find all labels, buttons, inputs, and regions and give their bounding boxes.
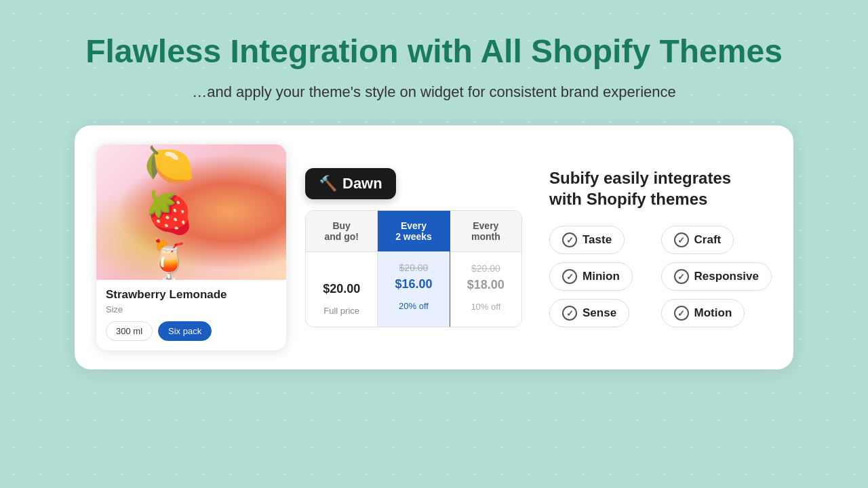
pricing-header-monthly: Everymonth xyxy=(450,211,521,252)
option-300ml[interactable]: 300 ml xyxy=(106,321,153,341)
theme-tag-craft: Craft xyxy=(661,226,734,254)
check-icon-motion xyxy=(674,306,689,321)
pricing-original-biweekly: $20.00 xyxy=(399,262,429,273)
check-icon-taste xyxy=(562,232,577,247)
pricing-full-label: Full price xyxy=(323,306,359,327)
product-image xyxy=(96,144,286,280)
pricing-header-biweekly: Every2 weeks xyxy=(378,211,449,251)
page-subtitle: …and apply your theme's style on widget … xyxy=(192,83,676,101)
check-icon-sense xyxy=(562,306,577,321)
check-icon-responsive xyxy=(674,269,689,284)
theme-label-minion: Minion xyxy=(583,270,620,283)
option-sixpack[interactable]: Six pack xyxy=(158,321,212,341)
pricing-col-buy: Buyand go! $20.00 Full price xyxy=(306,211,378,327)
theme-tag-responsive: Responsive xyxy=(661,262,772,291)
theme-tags: Taste Craft Minion Responsive Sense xyxy=(549,226,772,327)
pricing-original-monthly: $20.00 xyxy=(471,263,500,274)
pricing-col-monthly[interactable]: Everymonth $20.00 $18.00 10% off xyxy=(450,211,521,327)
product-info: Strawberry Lemonade Size 300 ml Six pack xyxy=(96,280,286,350)
theme-tag-sense: Sense xyxy=(549,299,629,327)
product-size-label: Size xyxy=(106,304,277,314)
product-card: Strawberry Lemonade Size 300 ml Six pack xyxy=(96,144,286,350)
theme-badge: 🔨 Dawn xyxy=(305,168,396,199)
theme-label-sense: Sense xyxy=(583,306,616,320)
product-name: Strawberry Lemonade xyxy=(106,288,277,302)
pricing-col-biweekly[interactable]: Every2 weeks $20.00 $16.00 20% off xyxy=(378,211,450,327)
theme-badge-label: Dawn xyxy=(342,175,382,192)
product-options: 300 ml Six pack xyxy=(106,321,277,341)
theme-label-craft: Craft xyxy=(694,233,722,247)
check-icon-craft xyxy=(674,232,689,247)
check-icon-minion xyxy=(562,269,577,284)
pricing-amount-monthly: $18.00 xyxy=(467,278,505,292)
page-title: Flawless Integration with All Shopify Th… xyxy=(85,33,783,70)
theme-label-responsive: Responsive xyxy=(694,270,759,283)
theme-label-taste: Taste xyxy=(583,233,612,247)
right-content: Subify easily integrateswith Shopify the… xyxy=(541,167,772,327)
pricing-discount-biweekly: 20% off xyxy=(399,301,429,322)
theme-tag-motion: Motion xyxy=(661,299,745,327)
pricing-discount-monthly: 10% off xyxy=(471,302,500,323)
theme-tag-taste: Taste xyxy=(549,226,625,254)
theme-tag-minion: Minion xyxy=(549,262,633,291)
integration-title: Subify easily integrateswith Shopify the… xyxy=(549,167,772,209)
pricing-amount-buy: $20.00 xyxy=(323,282,360,296)
pricing-amount-biweekly: $16.00 xyxy=(395,277,432,291)
pricing-widget: Buyand go! $20.00 Full price Every2 week… xyxy=(305,210,522,327)
hammer-icon: 🔨 xyxy=(319,175,337,192)
pricing-header-buy: Buyand go! xyxy=(306,211,377,252)
widget-section: 🔨 Dawn Buyand go! $20.00 Full price Ever… xyxy=(305,168,522,327)
theme-label-motion: Motion xyxy=(694,306,732,320)
demo-card: Strawberry Lemonade Size 300 ml Six pack… xyxy=(75,125,793,369)
